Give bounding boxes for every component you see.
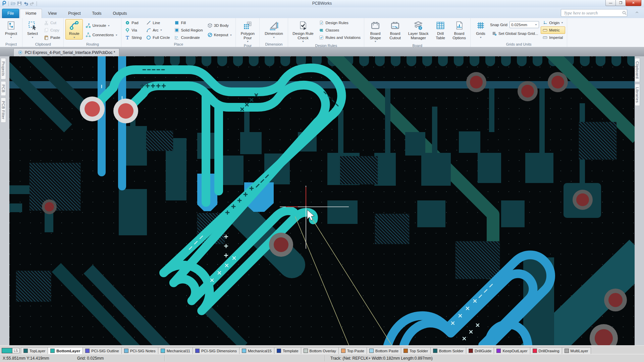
- layer-tab-pci-sig-outline[interactable]: PCI-SIG Outline: [83, 347, 121, 354]
- ribbon-group-label: Clipboard: [24, 42, 62, 47]
- imperial-button[interactable]: Imperial: [541, 34, 565, 41]
- connections-icon: [86, 32, 91, 38]
- drc-icon: [298, 20, 308, 31]
- ribbon-group-label: Routing: [65, 42, 119, 47]
- layer-tab-label: Bottom Paste: [375, 349, 398, 353]
- dimension-button[interactable]: Dimension ▼: [261, 19, 286, 40]
- line-button[interactable]: Line: [144, 19, 171, 26]
- layer-tab-drilldrawing[interactable]: DrillDrawing: [530, 347, 562, 354]
- panel-tab-projects[interactable]: Projects: [1, 58, 6, 79]
- pad-button[interactable]: Pad: [123, 19, 143, 26]
- menu-tab-tools[interactable]: Tools: [87, 9, 107, 18]
- close-button[interactable]: ✕: [626, 0, 641, 6]
- layer-tab-drillguide[interactable]: DrillGuide: [466, 347, 494, 354]
- layer-tab-bottomlayer[interactable]: BottomLayer: [48, 347, 83, 354]
- layer-tab-label: Mechanical11: [167, 349, 190, 353]
- menu-tab-outputs[interactable]: Outputs: [108, 9, 132, 18]
- layer-tab-bottom-overlay[interactable]: Bottom Overlay: [301, 347, 339, 354]
- origin-button[interactable]: Origin▼: [541, 19, 565, 26]
- board-shape-button[interactable]: Board Shape ▼: [366, 19, 385, 44]
- keepout-button[interactable]: Keepout▼: [206, 31, 234, 39]
- unroute-button[interactable]: Unroute▼: [84, 22, 119, 29]
- 3d-body-button[interactable]: 3D Body: [206, 22, 234, 29]
- snap-grid-label: Snap Grid: [490, 23, 507, 27]
- dropdown-arrow-icon: ▼: [73, 36, 75, 38]
- layer-tab-mechanical15[interactable]: Mechanical15: [239, 347, 274, 354]
- fill-button[interactable]: Fill: [172, 19, 204, 26]
- search-input[interactable]: [561, 10, 622, 16]
- metric-button[interactable]: Metric: [541, 26, 565, 34]
- polygon-pour-button[interactable]: Polygon Pour ▼: [237, 19, 258, 44]
- string-button[interactable]: String: [123, 34, 143, 41]
- drill-table-button[interactable]: Drill Table: [432, 19, 449, 41]
- copy-button[interactable]: Copy: [42, 26, 62, 34]
- paste-icon: [44, 35, 49, 40]
- full-circle-button[interactable]: Full Circle: [144, 34, 171, 41]
- snap-grid-value: 0.025mm: [511, 23, 527, 27]
- dropdown-arrow-icon: ▼: [479, 36, 482, 38]
- document-tab[interactable]: PCI Express_4-Port_Serial_Interface.PWPc…: [13, 48, 119, 56]
- panel-tab-clipboard[interactable]: Clipboard: [635, 58, 640, 82]
- layer-color-chip: [161, 349, 165, 353]
- layer-tab-multilayer[interactable]: MultiLayer: [562, 347, 591, 354]
- paste-button[interactable]: Paste: [42, 34, 62, 41]
- cut-button[interactable]: Cut: [42, 19, 62, 26]
- button-label: Set Global Snap Grid...: [498, 32, 538, 36]
- layer-stack-manager-button[interactable]: Layer Stack Manager: [406, 19, 431, 41]
- minimize-button[interactable]: —: [605, 0, 616, 6]
- cut-icon: [44, 20, 49, 25]
- set-global-snap-grid-button[interactable]: Set Global Snap Grid...: [490, 30, 540, 37]
- arc-icon: [146, 27, 151, 33]
- board-options-button[interactable]: Board Options: [450, 19, 469, 41]
- connections-button[interactable]: Connections▼: [84, 31, 119, 39]
- solid-region-button[interactable]: Solid Region: [172, 26, 204, 34]
- menu-tab-project[interactable]: Project: [63, 9, 86, 18]
- rules-violations-icon: [319, 35, 324, 40]
- select-button[interactable]: Select ▼: [24, 19, 41, 40]
- panel-tab-pcb[interactable]: PCB: [1, 81, 6, 96]
- layer-color-chip: [277, 349, 281, 353]
- ribbon-group-project: Project ▼Project: [0, 18, 22, 47]
- button-label: Select: [27, 32, 38, 36]
- design-rule-check-button[interactable]: Design Rule Check ▼: [290, 19, 316, 44]
- layer-tab-top-solder[interactable]: Top Solder: [401, 347, 431, 354]
- menu-tab-home[interactable]: Home: [20, 9, 42, 18]
- panel-tab-libraries[interactable]: Libraries: [635, 84, 640, 106]
- layer-tab-pci-sig-dimensions[interactable]: PCI-SIG Dimensions: [193, 347, 239, 354]
- layer-tab-toplayer[interactable]: TopLayer: [21, 347, 48, 354]
- arc-button[interactable]: Arc▼: [144, 26, 171, 34]
- collapse-ribbon-button[interactable]: [635, 10, 639, 15]
- via-button[interactable]: Via: [123, 26, 143, 34]
- route-button[interactable]: Route ▼: [65, 19, 83, 40]
- rules-and-violations-button[interactable]: Rules and Violations: [317, 34, 362, 41]
- board-cutout-button[interactable]: Board Cutout: [386, 19, 405, 41]
- layer-color-chip: [50, 349, 55, 353]
- grids-button[interactable]: Grids ▼: [472, 19, 489, 40]
- menu-tab-file[interactable]: File: [2, 9, 19, 18]
- layer-tab-pci-sig-notes[interactable]: PCI-SIG Notes: [121, 347, 158, 354]
- layer-tab-template[interactable]: Template: [274, 347, 301, 354]
- layer-color-chip: [341, 349, 345, 353]
- panel-tab-pcb-filter[interactable]: PCB Filter: [1, 98, 6, 123]
- keepout-icon: [207, 32, 213, 38]
- restore-button[interactable]: ❐: [615, 0, 626, 6]
- layer-set-widget[interactable]: LS: [2, 348, 19, 353]
- layer-tab-bottom-paste[interactable]: Bottom Paste: [367, 347, 401, 354]
- search-box: [561, 9, 627, 17]
- layer-tab-bottom-solder[interactable]: Bottom Solder: [430, 347, 466, 354]
- pcb-canvas[interactable]: [9, 56, 635, 345]
- layer-tab-top-paste[interactable]: Top Paste: [338, 347, 367, 354]
- design-rules-button[interactable]: Design Rules: [317, 19, 362, 26]
- menu-tab-view[interactable]: View: [43, 9, 62, 18]
- ribbon-group-routing: Route ▼Unroute▼Connections▼Routing: [64, 18, 121, 47]
- project-button[interactable]: Project ▼: [2, 19, 20, 40]
- layer-tab-keepoutlayer[interactable]: KeepOutLayer: [494, 347, 530, 354]
- dropdown-arrow-icon: ▼: [10, 36, 12, 38]
- layer-color-chip: [496, 349, 501, 353]
- coordinate-button[interactable]: Coordinate: [172, 34, 204, 41]
- layer-tab-mechanical11[interactable]: Mechanical11: [158, 347, 193, 354]
- classes-button[interactable]: Classes: [317, 26, 362, 34]
- layer-color-chip: [433, 349, 437, 353]
- layer-tab-label: PCI-SIG Outline: [91, 349, 119, 353]
- snap-grid-select[interactable]: 0.025mm▼: [509, 21, 539, 28]
